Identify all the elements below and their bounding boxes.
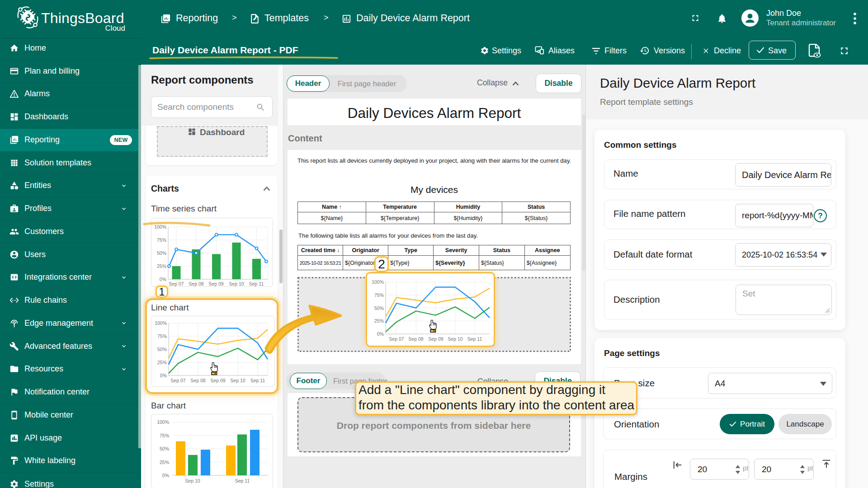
svg-text:Sep 10: Sep 10: [229, 281, 244, 286]
svg-text:25%: 25%: [157, 263, 166, 269]
svg-text:50%: 50%: [374, 305, 384, 311]
svg-text:Sep 07: Sep 07: [389, 336, 404, 342]
svg-text:100%: 100%: [157, 419, 169, 425]
svg-text:100%: 100%: [155, 320, 167, 326]
svg-text:Sep 07: Sep 07: [170, 378, 185, 383]
svg-text:0%: 0%: [162, 473, 169, 478]
svg-text:50%: 50%: [157, 250, 166, 256]
svg-text:Sep 09: Sep 09: [210, 378, 225, 383]
svg-text:Sep 08: Sep 08: [189, 281, 203, 286]
svg-text:50%: 50%: [157, 347, 167, 352]
svg-text:Sep 09: Sep 09: [208, 281, 223, 286]
svg-text:75%: 75%: [160, 433, 169, 438]
svg-text:0%: 0%: [160, 277, 166, 282]
svg-text:25%: 25%: [157, 360, 167, 365]
svg-text:75%: 75%: [157, 333, 167, 339]
svg-text:75%: 75%: [157, 237, 166, 243]
svg-text:0%: 0%: [377, 331, 384, 337]
svg-text:25%: 25%: [160, 460, 169, 465]
svg-text:Sep 10: Sep 10: [230, 378, 245, 383]
svg-text:Sep 08: Sep 08: [190, 378, 205, 383]
svg-text:75%: 75%: [374, 292, 384, 298]
svg-text:Sep 10: Sep 10: [448, 336, 462, 342]
svg-text:Sep 11: Sep 11: [250, 378, 265, 383]
svg-text:Sep 09: Sep 09: [428, 336, 443, 342]
svg-text:Sep 11: Sep 11: [467, 336, 482, 342]
svg-text:25%: 25%: [374, 318, 384, 324]
svg-text:100%: 100%: [372, 279, 384, 285]
svg-text:Sep 08: Sep 08: [408, 336, 423, 342]
svg-text:0%: 0%: [160, 373, 167, 378]
svg-text:50%: 50%: [160, 446, 169, 451]
svg-text:Sep 11: Sep 11: [235, 478, 250, 483]
svg-text:Sep 10: Sep 10: [185, 478, 200, 483]
svg-text:Sep 07: Sep 07: [169, 281, 184, 286]
